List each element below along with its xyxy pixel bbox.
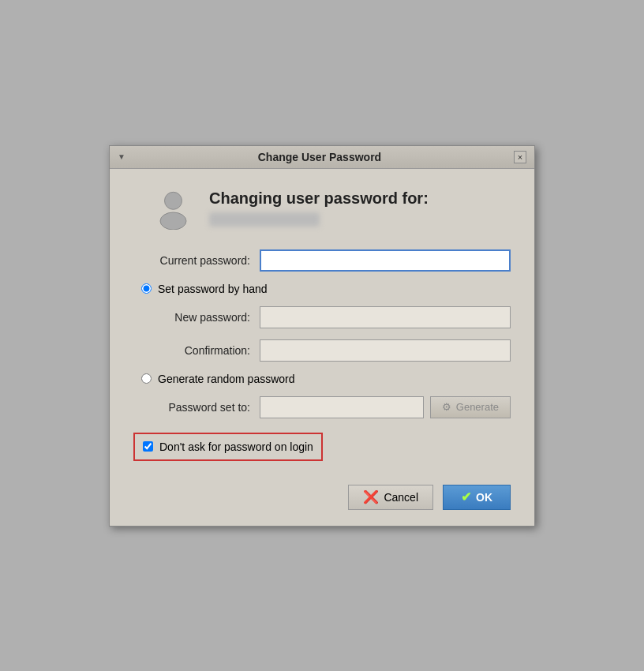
dialog-body: Changing user password for: Current pass… [110,169,534,526]
title-bar-arrow[interactable]: ▼ [118,152,125,161]
new-password-row: New password: [133,306,511,328]
new-password-label: New password: [133,311,260,324]
cancel-label: Cancel [384,491,418,504]
password-set-to-row: Password set to: ⚙ Generate [133,396,511,418]
current-password-label: Current password: [133,254,260,267]
ok-icon: ✔ [461,489,471,504]
confirmation-label: Confirmation: [133,344,260,357]
dont-ask-label: Don't ask for password on login [159,440,313,453]
generate-random-row: Generate random password [133,373,511,385]
new-password-input[interactable] [260,306,511,328]
cancel-icon: ❌ [363,489,379,504]
user-info: Changing user password for: [209,189,429,227]
password-set-to-label: Password set to: [133,401,260,414]
title-bar: ▼ Change User Password × [110,146,534,169]
svg-point-1 [160,212,186,230]
set-by-hand-row: Set password by hand [133,283,511,295]
current-password-row: Current password: [133,249,511,272]
cancel-button[interactable]: ❌ Cancel [348,485,433,510]
set-by-hand-label: Set password by hand [158,283,268,295]
close-button[interactable]: × [514,151,526,163]
confirmation-row: Confirmation: [133,339,511,362]
dont-ask-row: Don't ask for password on login [133,433,323,461]
header-subtitle: Changing user password for: [209,189,429,208]
generate-random-label: Generate random password [158,373,295,385]
set-by-hand-radio[interactable] [141,283,152,294]
ok-label: OK [476,491,492,504]
confirmation-input[interactable] [260,339,511,362]
dont-ask-checkbox[interactable] [143,441,153,452]
password-set-to-input[interactable] [260,396,424,418]
user-header: Changing user password for: [133,185,511,232]
avatar [149,185,197,232]
gear-icon: ⚙ [442,401,451,413]
current-password-input[interactable] [260,249,511,272]
svg-point-0 [164,192,182,209]
username-blurred [209,212,320,227]
change-password-dialog: ▼ Change User Password × Changing user p… [109,145,535,527]
ok-button[interactable]: ✔ OK [443,485,511,510]
button-row: ❌ Cancel ✔ OK [133,480,511,510]
dialog-title: Change User Password [125,151,514,163]
generate-button-label: Generate [456,401,499,413]
generate-random-radio[interactable] [141,373,152,384]
generate-button[interactable]: ⚙ Generate [430,396,511,418]
